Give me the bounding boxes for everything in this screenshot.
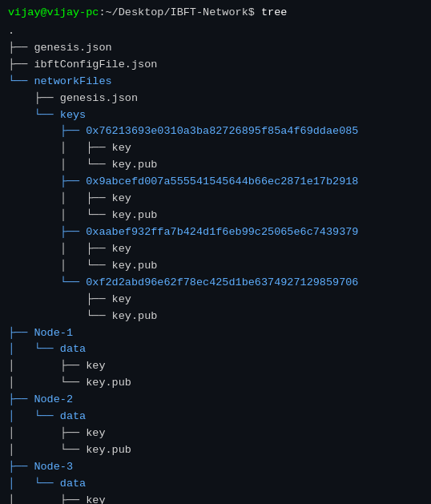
prompt-user: vijay@vijay-pc <box>8 6 99 18</box>
tree-line: ├── key <box>8 292 423 308</box>
tree-line: ├── genesis.json <box>8 91 423 107</box>
tree-line: │ └── key.pub <box>8 208 423 224</box>
tree-line: │ └── data <box>8 476 423 493</box>
tree-line: ├── Node-2 <box>8 392 423 409</box>
prompt-command: tree <box>261 6 287 18</box>
tree-line: ├── Node-1 <box>8 325 423 342</box>
tree-line: │ └── data <box>8 409 423 425</box>
tree-line: ├── genesis.json <box>8 40 423 57</box>
tree-line: ├── 0xaabef932ffa7b424d1f6eb99c25065e6c7… <box>8 224 423 241</box>
tree-line: └── networkFiles <box>8 74 423 91</box>
tree-line: └── key.pub <box>8 308 423 325</box>
tree-line: │ ├── key <box>8 191 423 208</box>
tree-line: │ ├── key <box>8 241 423 258</box>
tree-line: ├── 0x9abcefd007a555541545644b66ec2871e1… <box>8 174 423 191</box>
tree-line: ├── 0x76213693e0310a3ba82726895f85a4f69d… <box>8 123 423 140</box>
tree-line: ├── ibftConfigFile.json <box>8 57 423 74</box>
tree-line: │ └── data <box>8 341 423 358</box>
tree-line: │ └── key.pub <box>8 258 423 275</box>
tree-output: .├── genesis.json├── ibftConfigFile.json… <box>8 23 423 504</box>
tree-line: │ ├── key <box>8 140 423 157</box>
tree-line: │ └── key.pub <box>8 375 423 392</box>
tree-line: ├── Node-3 <box>8 459 423 476</box>
tree-line: │ └── key.pub <box>8 157 423 174</box>
terminal-window: vijay@vijay-pc:~/Desktop/IBFT-Network$ t… <box>8 5 423 504</box>
tree-line: │ ├── key <box>8 425 423 442</box>
tree-line: └── keys <box>8 107 423 124</box>
tree-line: │ ├── key <box>8 493 423 504</box>
tree-line: │ └── key.pub <box>8 442 423 459</box>
tree-line: └── 0xf2d2abd96e62f78ec425d1be6374927129… <box>8 275 423 292</box>
tree-line: . <box>8 23 423 40</box>
prompt-line: vijay@vijay-pc:~/Desktop/IBFT-Network$ t… <box>8 5 423 22</box>
tree-line: │ ├── key <box>8 358 423 375</box>
